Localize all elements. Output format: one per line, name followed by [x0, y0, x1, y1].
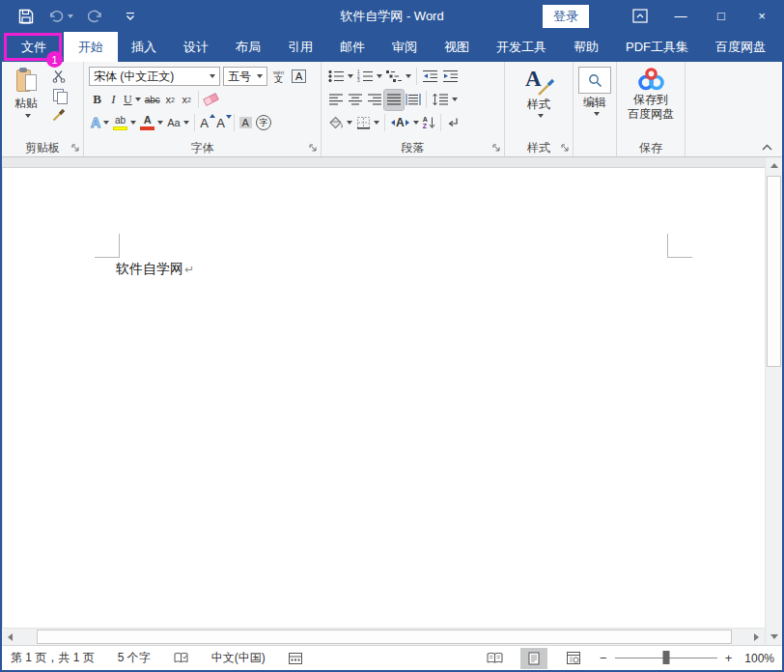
subscript-button[interactable]: x2 — [162, 90, 179, 110]
cut-button[interactable] — [50, 67, 68, 85]
text-highlight-button[interactable]: ab — [111, 113, 138, 133]
format-painter-button[interactable] — [50, 105, 68, 124]
zoom-in-button[interactable]: + — [725, 651, 733, 665]
sort-button[interactable]: AZ — [421, 113, 437, 133]
save-to-baidu-button[interactable]: 保存到 百度网盘 — [621, 66, 681, 139]
paste-button[interactable]: 粘贴 — [6, 66, 46, 139]
zoom-slider[interactable] — [615, 658, 717, 658]
horizontal-scrollbar[interactable] — [2, 628, 765, 645]
page-indicator[interactable]: 第 1 页，共 1 页 — [11, 650, 95, 666]
paste-clipboard-icon — [16, 68, 37, 94]
tab-layout[interactable]: 布局 — [222, 32, 274, 62]
shrink-font-button[interactable]: A — [214, 113, 231, 133]
maximize-button[interactable]: □ — [701, 0, 742, 32]
styles-button[interactable]: A 样式 — [509, 66, 569, 139]
font-size-combobox[interactable]: 五号 — [223, 67, 267, 86]
paragraph-dialog-launcher-icon[interactable] — [492, 144, 501, 153]
close-button[interactable]: × — [742, 0, 782, 32]
tab-review[interactable]: 审阅 — [378, 32, 431, 62]
styles-dialog-launcher-icon[interactable] — [561, 144, 570, 153]
paste-dropdown-caret[interactable] — [25, 114, 31, 118]
bold-button[interactable]: B — [89, 90, 105, 110]
tab-view[interactable]: 视图 — [431, 32, 483, 62]
align-right-button[interactable] — [365, 90, 384, 110]
tab-baidu-netdisk[interactable]: 百度网盘 — [702, 32, 779, 62]
proofing-status-icon[interactable] — [174, 652, 188, 664]
tab-developer[interactable]: 开发工具 — [483, 32, 560, 62]
read-mode-button[interactable] — [481, 648, 508, 669]
multilevel-list-button[interactable] — [384, 67, 413, 87]
scroll-down-button[interactable] — [766, 629, 782, 645]
tab-insert[interactable]: 插入 — [118, 32, 170, 62]
tab-file[interactable]: 文件 1 — [4, 32, 64, 62]
zoom-out-button[interactable]: − — [600, 651, 607, 665]
print-layout-button[interactable] — [520, 648, 547, 669]
justify-button[interactable] — [384, 90, 404, 110]
scroll-right-button[interactable] — [748, 629, 765, 645]
multilevel-list-icon — [386, 70, 403, 83]
clear-formatting-button[interactable] — [202, 90, 220, 110]
document-page[interactable]: 软件自学网 ↵ — [2, 168, 765, 628]
enclose-characters-button[interactable]: 字 — [254, 113, 273, 133]
tab-pdf-tools[interactable]: PDF工具集 — [612, 32, 702, 62]
clipboard-group-label: 剪贴板 — [25, 140, 60, 156]
tab-mailings[interactable]: 邮件 — [326, 32, 378, 62]
numbering-button[interactable]: 123 — [355, 67, 384, 87]
zoom-slider-thumb[interactable] — [662, 651, 669, 664]
underline-button[interactable]: U — [122, 90, 143, 110]
font-color-button[interactable]: A — [138, 113, 165, 133]
zoom-percentage[interactable]: 100% — [744, 652, 774, 665]
decrease-indent-button[interactable] — [420, 67, 440, 87]
editing-button[interactable]: 编辑 — [577, 66, 612, 139]
macro-record-icon[interactable] — [289, 653, 302, 664]
format-painter-icon — [52, 108, 66, 122]
customize-qat-icon[interactable] — [118, 5, 143, 28]
align-left-button[interactable] — [326, 90, 346, 110]
borders-button[interactable] — [354, 113, 381, 133]
phonetic-guide-button[interactable]: wén 文 — [270, 67, 287, 87]
italic-button[interactable]: I — [105, 90, 122, 110]
line-spacing-button[interactable] — [430, 90, 460, 110]
align-center-button[interactable] — [346, 90, 365, 110]
grow-font-button[interactable]: A — [198, 113, 214, 133]
text-effects-button[interactable]: A — [89, 113, 111, 133]
font-name-combobox[interactable]: 宋体 (中文正文) — [89, 67, 220, 86]
character-shading-button[interactable]: A — [238, 113, 254, 133]
ribbon-display-options-icon[interactable] — [620, 0, 660, 32]
show-hide-marks-button[interactable] — [444, 113, 461, 133]
superscript-button[interactable]: x2 — [179, 90, 195, 110]
tab-design[interactable]: 设计 — [170, 32, 222, 62]
web-layout-button[interactable] — [560, 648, 587, 669]
undo-dropdown-caret[interactable] — [68, 14, 73, 18]
redo-icon[interactable] — [83, 5, 108, 28]
scroll-up-button[interactable] — [766, 157, 782, 174]
undo-icon[interactable] — [48, 5, 73, 28]
language-indicator[interactable]: 中文(中国) — [211, 650, 266, 666]
clipboard-dialog-launcher-icon[interactable] — [71, 144, 80, 153]
shrink-font-a: A — [216, 116, 225, 130]
vertical-scrollbar-thumb[interactable] — [767, 176, 781, 367]
change-case-button[interactable]: Aa — [165, 113, 190, 133]
character-border-button[interactable]: A — [290, 67, 308, 87]
save-icon[interactable] — [14, 5, 39, 28]
collapse-ribbon-icon[interactable] — [762, 144, 772, 151]
increase-indent-button[interactable] — [440, 67, 461, 87]
horizontal-scrollbar-thumb[interactable] — [37, 630, 732, 644]
tab-help[interactable]: 帮助 — [560, 32, 612, 62]
tab-home[interactable]: 开始 — [64, 32, 118, 62]
document-text-line[interactable]: 软件自学网 ↵ — [116, 261, 194, 278]
paragraph-group-label: 段落 — [402, 140, 425, 156]
scroll-left-button[interactable] — [2, 629, 18, 645]
word-count[interactable]: 5 个字 — [118, 650, 151, 666]
distribute-button[interactable] — [404, 90, 423, 110]
minimize-button[interactable]: — — [660, 0, 701, 32]
tab-references[interactable]: 引用 — [274, 32, 326, 62]
vertical-scrollbar[interactable] — [765, 157, 782, 645]
strikethrough-button[interactable]: abc — [143, 90, 162, 110]
shading-button[interactable] — [326, 113, 354, 133]
login-button[interactable]: 登录 — [543, 5, 589, 28]
copy-button[interactable] — [50, 86, 68, 104]
font-dialog-launcher-icon[interactable] — [309, 144, 318, 153]
bullets-button[interactable] — [326, 67, 355, 87]
asian-layout-button[interactable]: A — [388, 113, 421, 133]
